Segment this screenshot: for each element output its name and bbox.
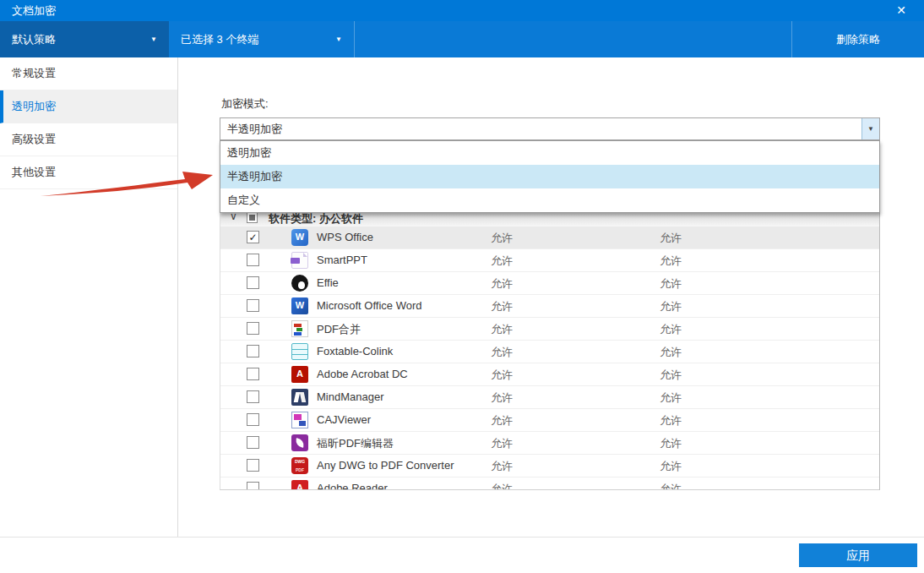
policy-selector[interactable]: 默认策略 ▼ (0, 21, 169, 57)
foxtable-icon (291, 343, 308, 360)
checkbox-checked[interactable]: ✓ (247, 231, 259, 243)
permission-value-1: 允许 (491, 459, 513, 474)
software-name: Effie (317, 276, 339, 289)
group-checkbox[interactable] (247, 212, 258, 223)
permission-value-1: 允许 (491, 322, 513, 337)
permission-value-1: 允许 (491, 436, 513, 451)
checkbox-unchecked[interactable] (247, 482, 259, 490)
software-name: MindManager (317, 390, 384, 403)
software-name: Any DWG to PDF Converter (317, 459, 454, 472)
software-name: WPS Office (317, 231, 373, 243)
policy-selector-label: 默认策略 (12, 32, 56, 47)
window-title: 文档加密 (12, 4, 56, 17)
settings-sidebar: 常规设置透明加密高级设置其他设置 (0, 57, 177, 537)
effie-icon (291, 275, 308, 292)
software-name: Adobe Reader (317, 482, 388, 490)
software-name: 福昕PDF编辑器 (317, 436, 394, 451)
software-name: Foxtable-Colink (317, 345, 393, 357)
table-row[interactable]: Microsoft Office Word允许允许 (220, 295, 879, 318)
permission-value-2: 允许 (660, 254, 682, 269)
table-row[interactable]: MindManager允许允许 (220, 386, 879, 409)
permission-value-2: 允许 (660, 231, 682, 246)
software-name: Microsoft Office Word (317, 299, 422, 312)
pdf-merge-icon (291, 320, 308, 337)
chevron-down-icon: ▼ (335, 35, 342, 43)
software-permission-table: ∨ 软件类型: 办公软件 ✓WPS Office允许允许SmartPPT允许允许… (220, 208, 880, 490)
encryption-mode-select[interactable]: 半透明加密 ▼ (220, 117, 880, 140)
foxit-pdf-icon (291, 434, 308, 451)
document-encryption-dialog: 文档加密 ✕ 默认策略 ▼ 已选择 3 个终端 ▼ 删除策略 常规设置透明加密高… (0, 0, 924, 573)
permission-value-1: 允许 (491, 368, 513, 383)
checkbox-unchecked[interactable] (247, 299, 259, 312)
sidebar-item-1[interactable]: 透明加密 (0, 90, 177, 123)
table-row[interactable]: PDF合并允许允许 (220, 318, 879, 341)
software-name: SmartPPT (317, 254, 367, 266)
acrobat-icon (291, 366, 308, 383)
permission-value-2: 允许 (660, 322, 682, 337)
ms-word-icon (291, 297, 308, 314)
encryption-mode-label: 加密模式: (221, 96, 269, 112)
footer-divider (0, 537, 924, 538)
software-name: CAJViewer (317, 413, 371, 426)
permission-value-1: 允许 (491, 345, 513, 360)
cajviewer-icon (291, 412, 308, 428)
chevron-down-icon: ▼ (150, 35, 157, 43)
sidebar-item-0[interactable]: 常规设置 (0, 57, 177, 90)
table-row[interactable]: ✓WPS Office允许允许 (220, 226, 879, 249)
table-row[interactable]: Effie允许允许 (220, 272, 879, 295)
checkbox-unchecked[interactable] (247, 390, 259, 403)
wps-office-icon (291, 229, 308, 246)
permission-value-1: 允许 (491, 276, 513, 292)
checkbox-unchecked[interactable] (247, 459, 259, 472)
permission-value-2: 允许 (660, 413, 682, 428)
checkbox-unchecked[interactable] (247, 413, 259, 426)
permission-value-1: 允许 (491, 231, 513, 246)
terminal-selector-label: 已选择 3 个终端 (181, 32, 258, 47)
delete-policy-label: 删除策略 (836, 32, 880, 47)
terminal-selector[interactable]: 已选择 3 个终端 ▼ (169, 21, 355, 57)
permission-value-2: 允许 (660, 390, 682, 406)
permission-value-2: 允许 (660, 459, 682, 474)
checkbox-unchecked[interactable] (247, 276, 259, 289)
sidebar-item-2[interactable]: 高级设置 (0, 123, 177, 156)
apply-button[interactable]: 应用 (799, 543, 917, 567)
table-row[interactable]: SmartPPT允许允许 (220, 249, 879, 272)
chevron-down-icon: ▼ (867, 125, 874, 133)
permission-value-2: 允许 (660, 299, 682, 314)
delete-policy-button[interactable]: 删除策略 (791, 21, 924, 57)
anydwg-icon (291, 457, 308, 474)
permission-value-2: 允许 (660, 276, 682, 292)
permission-value-1: 允许 (491, 299, 513, 314)
sidebar-divider (177, 57, 178, 537)
checkbox-unchecked[interactable] (247, 345, 259, 357)
software-group-label: 软件类型: 办公软件 (269, 211, 363, 226)
permission-value-2: 允许 (660, 482, 682, 490)
checkbox-unchecked[interactable] (247, 322, 259, 335)
table-row[interactable]: CAJViewer允许允许 (220, 409, 879, 432)
software-name: Adobe Acrobat DC (317, 368, 408, 380)
mode-option-1[interactable]: 半透明加密 (220, 165, 879, 188)
sidebar-item-3[interactable]: 其他设置 (0, 156, 177, 189)
table-row[interactable]: 福昕PDF编辑器允许允许 (220, 432, 879, 455)
checkbox-unchecked[interactable] (247, 254, 259, 266)
permission-value-1: 允许 (491, 390, 513, 406)
toolbar-spacer (355, 21, 791, 57)
select-dropdown-button[interactable]: ▼ (861, 118, 879, 139)
close-icon[interactable]: ✕ (890, 0, 912, 21)
mindmanager-icon (291, 389, 308, 406)
permission-value-2: 允许 (660, 368, 682, 383)
table-row[interactable]: Foxtable-Colink允许允许 (220, 341, 879, 363)
table-row[interactable]: Adobe Acrobat DC允许允许 (220, 363, 879, 386)
mode-option-0[interactable]: 透明加密 (220, 141, 879, 165)
table-row[interactable]: Any DWG to PDF Converter允许允许 (220, 455, 879, 478)
adobe-reader-icon (291, 480, 308, 490)
permission-value-1: 允许 (491, 254, 513, 269)
checkbox-unchecked[interactable] (247, 436, 259, 449)
checkbox-unchecked[interactable] (247, 368, 259, 380)
table-row[interactable]: Adobe Reader允许允许 (220, 478, 879, 490)
mode-option-2[interactable]: 自定义 (220, 188, 879, 212)
software-name: PDF合并 (317, 322, 361, 337)
permission-value-2: 允许 (660, 345, 682, 360)
toolbar: 默认策略 ▼ 已选择 3 个终端 ▼ 删除策略 (0, 21, 924, 57)
permission-value-2: 允许 (660, 436, 682, 451)
